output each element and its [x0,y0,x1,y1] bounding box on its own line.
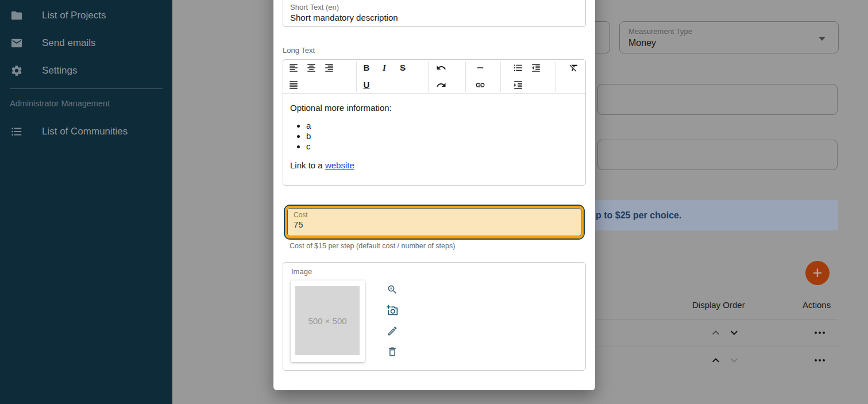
move-up-button[interactable] [709,326,723,340]
measurement-type-select[interactable]: Measurement Type Money [619,21,839,53]
indent-increase-button[interactable] [511,78,525,92]
more-icon [813,353,827,367]
mail-icon [10,37,23,49]
cost-helper-text: Cost of $15 per step (default cost / num… [290,242,455,250]
bold-button[interactable]: B [360,61,373,75]
row-actions-button[interactable] [813,353,827,367]
move-up-button[interactable] [709,353,723,367]
link-prefix-text: Link to a [290,160,325,170]
sidebar-item-label: List of Projects [42,10,106,21]
column-header-actions: Actions [803,300,831,310]
indent-decrease-button[interactable] [529,61,543,75]
sidebar-item-settings[interactable]: Settings [0,62,172,79]
delete-icon [387,346,398,357]
chevron-up-icon [709,353,723,367]
add-a-photo-icon [387,305,398,316]
chevron-up-icon [709,326,723,340]
align-left-button[interactable] [287,61,300,75]
short-text-label: Short Text (en) [290,3,339,11]
move-down-button[interactable] [727,326,741,340]
website-link[interactable]: website [325,160,354,170]
align-justify-button[interactable] [287,78,300,92]
italic-button[interactable]: I [377,61,391,75]
edit-icon [387,325,398,337]
indent-increase-icon [513,80,523,90]
align-justify-icon [288,80,299,90]
long-text-label: Long Text [283,46,315,55]
chevron-down-icon [727,353,741,367]
edit-image-button[interactable] [385,324,399,338]
underline-button[interactable]: U [360,78,373,92]
format-clear-button[interactable] [567,61,581,75]
list-icon [10,125,23,138]
delete-image-button[interactable] [385,345,399,359]
toolbar-divider [555,61,555,92]
sidebar-item-send-emails[interactable]: Send emails [0,34,172,52]
table-divider [596,319,838,320]
replace-image-button[interactable] [385,303,399,317]
toolbar-divider [428,61,429,92]
sidebar-item-list-of-projects[interactable]: List of Projects [0,7,172,24]
short-text-field[interactable]: Short Text (en) Short mandatory descript… [283,0,586,27]
folder-icon [10,9,23,22]
align-right-icon [324,63,334,73]
image-placeholder: 500 × 500 [295,286,360,355]
align-center-button[interactable] [304,61,318,75]
sidebar-section-label: Administrator Management [10,99,110,108]
measurement-type-value: Money [628,38,656,48]
background-field-1[interactable] [597,84,838,115]
link-button[interactable] [473,78,487,92]
image-placeholder-text: 500 × 500 [308,316,346,326]
chevron-down-icon [819,37,825,41]
more-icon [813,326,827,340]
sidebar: List of Projects Send emails Settings Ad… [0,0,172,404]
horizontal-rule-icon [475,63,485,73]
zoom-in-icon [387,284,398,295]
cost-field-focus-ring: Cost 75 [284,205,585,240]
sidebar-item-label: Send emails [42,37,96,49]
sidebar-item-label: Settings [42,65,77,76]
redo-icon [436,80,446,90]
italic-icon: I [379,63,389,73]
background-field-2[interactable] [597,140,838,170]
undo-button[interactable] [434,61,448,75]
cost-label: Cost [294,211,308,219]
plus-icon: + [813,264,823,282]
strikethrough-icon: S [398,63,408,73]
image-thumbnail-card: 500 × 500 [291,280,365,362]
link-icon [475,80,485,90]
move-down-button[interactable] [727,353,741,367]
column-header-display-order: Display Order [692,300,745,310]
toolbar-divider [500,61,501,92]
cost-field[interactable]: Cost 75 [287,208,581,236]
underline-icon: U [361,80,372,90]
add-button[interactable]: + [805,261,830,285]
align-center-icon [306,63,317,73]
rte-list-item: b [306,131,578,141]
format-clear-icon [569,63,579,73]
row-actions-button[interactable] [813,326,827,340]
rte-content[interactable]: Optional more information: a b c Link to… [283,94,585,171]
info-banner-text: p to $25 per choice. [596,210,681,221]
sidebar-item-list-of-communities[interactable]: List of Communities [0,123,172,140]
zoom-image-button[interactable] [385,283,399,297]
rte-toolbar: B I S U [283,60,585,94]
bulleted-list-icon [513,63,523,73]
align-right-button[interactable] [322,61,336,75]
indent-decrease-icon [531,63,541,73]
align-left-icon [288,63,299,73]
sidebar-item-label: List of Communities [42,126,128,137]
strikethrough-button[interactable]: S [396,61,410,75]
toolbar-divider [465,61,466,92]
sidebar-divider [10,89,163,89]
cost-field-highlight-ring: Cost 75 [285,206,584,238]
measurement-type-label: Measurement Type [628,27,692,36]
app-screen: List of Projects Send emails Settings Ad… [0,0,868,404]
short-text-value: Short mandatory description [290,13,398,22]
bulleted-list-button[interactable] [511,61,525,75]
image-section: Image 500 × 500 [283,262,586,371]
redo-button[interactable] [434,78,448,92]
horizontal-rule-button[interactable] [473,61,487,75]
bold-icon: B [361,63,372,73]
rte-paragraph: Optional more information: [290,102,578,113]
